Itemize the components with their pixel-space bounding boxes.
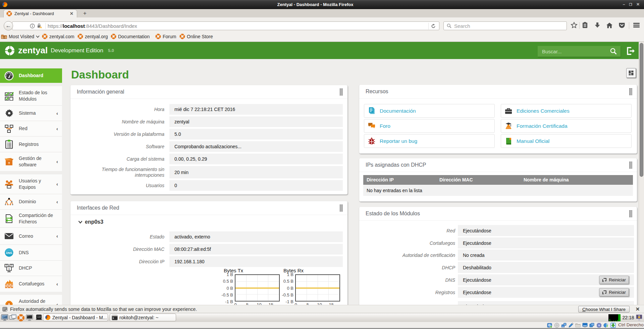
drag-handle-icon[interactable]: [340, 89, 343, 96]
zentyal-header: zentyal Development Edition 5.0 Buscar..…: [0, 42, 639, 59]
drag-handle-icon[interactable]: [629, 210, 633, 218]
interface-toggle[interactable]: enp0s3: [78, 219, 103, 225]
window-restore-button[interactable]: ❐: [628, 2, 633, 7]
panel-title: Información general: [77, 89, 124, 95]
taskbar-display-icon[interactable]: [1, 314, 8, 321]
resource-link-label: Manual Oficial: [517, 138, 549, 144]
logout-icon[interactable]: [626, 47, 635, 55]
svg-text:V: V: [598, 324, 600, 327]
mail-icon: [4, 231, 14, 241]
lock-screen-icon[interactable]: [636, 314, 643, 321]
lock-warning-icon[interactable]: [37, 23, 43, 29]
sidebar-item-dominio[interactable]: Dominio‹: [0, 194, 62, 209]
zentyal-brand[interactable]: zentyal Development Edition 5.0: [5, 42, 114, 59]
sidebar-item-dashboard[interactable]: Dashboard: [0, 68, 62, 83]
sidebar-item-usuarios-y-equipos[interactable]: Usuarios yEquipos‹: [0, 174, 62, 194]
bookmark-label: Documentation: [118, 34, 150, 39]
info-row-label: Versión de la plataforma: [70, 129, 169, 140]
back-button[interactable]: ←: [4, 21, 13, 31]
url-bar[interactable]: https://localhost:8443/Dashboard/Index: [12, 21, 439, 30]
browser-search-field[interactable]: Search: [443, 21, 567, 30]
info-row: Horamié dic 7 22:18:21 CET 2016: [70, 104, 343, 115]
drag-handle-icon[interactable]: [629, 162, 633, 169]
taskbar-window-button[interactable]: rokitoh@zentyal: ~: [110, 314, 176, 321]
virtualbox-status-bar: V Ctrl Derecho: [0, 322, 644, 329]
chevron-down-icon: [36, 35, 40, 38]
vbox-network-icon: [561, 323, 567, 328]
module-row-cortafuegos: CortafuegosEjecutándose: [359, 237, 637, 249]
sidebar-item-registros[interactable]: Registros: [0, 136, 62, 152]
taskbar-window-label: rokitoh@zentyal: ~: [119, 315, 159, 320]
taskbar-zentyal-icon[interactable]: [17, 314, 25, 322]
resource-link-documentaci-n[interactable]: Documentación: [364, 104, 495, 118]
app-search-icon[interactable]: [610, 48, 617, 55]
resource-link-label: Ediciones Comerciales: [517, 108, 570, 114]
scrollbar-thumb[interactable]: [640, 43, 643, 177]
tab-close-icon[interactable]: ✕: [69, 11, 74, 16]
home-button[interactable]: [605, 21, 614, 30]
downloads-button[interactable]: [593, 21, 602, 30]
sidebar-item-correo[interactable]: Correo‹: [0, 227, 62, 244]
sidebar-item-cortafuegos[interactable]: Cortafuegos‹: [0, 276, 62, 292]
bookmark-item[interactable]: zentyal.com: [42, 34, 74, 39]
chart-y-tick: -0.5 B: [279, 292, 293, 297]
resource-link-foro[interactable]: Foro: [364, 119, 495, 133]
taskbar-files-icon[interactable]: [36, 314, 42, 321]
choose-what-i-share-button[interactable]: Choose What I Share: [578, 306, 630, 313]
chart-x-tick: 10: [254, 302, 264, 305]
resource-link-ediciones-comerciales[interactable]: Ediciones Comerciales: [501, 104, 632, 118]
bookmark-star-button[interactable]: [570, 21, 578, 30]
notification-close-icon[interactable]: ✕: [634, 306, 641, 313]
drag-handle-icon[interactable]: [340, 205, 343, 212]
menu-button[interactable]: [632, 21, 641, 30]
new-tab-button[interactable]: +: [80, 10, 89, 17]
taskbar-window-button[interactable]: Zentyal - Dashboard - M...: [43, 314, 108, 321]
pocket-button[interactable]: [618, 21, 626, 30]
sidebar-item-estado-de-los-m-dulos[interactable]: Estado de losMódulos: [0, 86, 62, 105]
taskbar-monitor-icon[interactable]: [26, 314, 33, 321]
chart-x-tick: 5: [303, 302, 313, 305]
configure-widgets-button[interactable]: [626, 68, 636, 78]
bookmark-item[interactable]: Documentation: [111, 34, 150, 39]
resource-link-manual-oficial[interactable]: Manual Oficial: [501, 134, 632, 148]
sidebar-item-gesti-n-de-software[interactable]: Gestión desoftware‹: [0, 152, 62, 171]
drag-handle-icon[interactable]: [629, 88, 633, 96]
interface-row-value: 08:00:27:a8:ed:5f: [169, 244, 343, 255]
cpu-graph[interactable]: [608, 314, 621, 321]
info-row-value: mié dic 7 22:18:21 CET 2016: [169, 104, 343, 115]
chart-gridline: [235, 294, 279, 294]
bookmark-item[interactable]: zentyal.org: [77, 34, 108, 39]
page-info-icon[interactable]: [30, 23, 35, 29]
bookmark-item[interactable]: Online Store: [179, 34, 213, 39]
info-row-value: Comprobando actualizaciones...: [169, 141, 343, 152]
sidebar-item-dns[interactable]: DNSDNS: [0, 244, 62, 260]
tab-zentyal-dashboard[interactable]: Zentyal - Dashboard ✕: [3, 9, 77, 17]
bookmarks-folder-most-visited[interactable]: Most Visited: [1, 34, 40, 39]
sidebar-item-dhcp[interactable]: ??1DHCP: [0, 260, 62, 276]
chart-x-tick: 0: [230, 302, 240, 305]
scrollbar[interactable]: [639, 42, 644, 305]
reload-button[interactable]: [428, 23, 438, 30]
taskbar-windows-icon[interactable]: [9, 314, 16, 321]
restart-button[interactable]: Reiniciar: [599, 288, 629, 296]
resource-link-reportar-un-bug[interactable]: Reportar un bug: [364, 134, 495, 148]
zentyal-bookmark-icon: [111, 34, 116, 39]
module-row-label: DHCP: [359, 262, 458, 273]
chart-y-tick: 0 B: [279, 286, 293, 291]
app-search-input[interactable]: Buscar...: [538, 46, 621, 57]
sidebar-item-red[interactable]: Red‹: [0, 121, 62, 136]
bookmark-item[interactable]: Forum: [155, 34, 176, 39]
resource-link-formaci-n-certificada[interactable]: Formación Certificada: [501, 119, 632, 133]
svg-text:A: A: [8, 303, 10, 305]
window-minimize-button[interactable]: –: [621, 2, 627, 7]
sidebar-item-autoridad-de-certificaci-n[interactable]: AAutoridad decertificación‹: [0, 295, 62, 305]
chart-x-tick: 5: [242, 302, 252, 305]
bookmarks-menu-button[interactable]: [581, 21, 589, 30]
window-close-button[interactable]: ✕: [635, 2, 641, 7]
vbox-harddisk-icon: [547, 323, 552, 328]
vbox-pen-icon: [568, 323, 574, 328]
sidebar-item-compartici-n-de-ficheros[interactable]: Compartición deFicheros: [0, 209, 62, 227]
sidebar-item-sistema[interactable]: Sistema‹: [0, 105, 62, 121]
certificate-authority-icon: A: [4, 299, 14, 305]
restart-button[interactable]: Reiniciar: [599, 276, 629, 284]
